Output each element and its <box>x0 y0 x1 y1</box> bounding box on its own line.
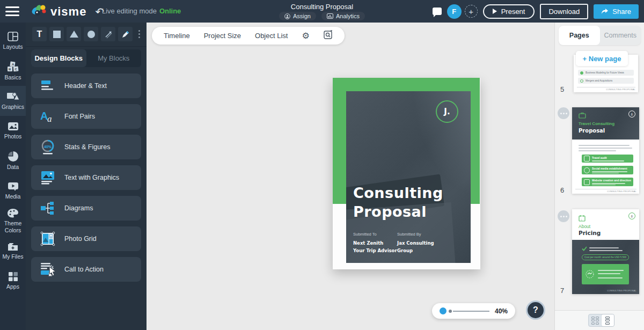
grid-view-button[interactable] <box>589 314 602 326</box>
share-arrow-icon <box>601 8 609 14</box>
assign-button[interactable]: Assign <box>279 12 316 20</box>
calendar-icon <box>584 179 590 185</box>
bullet-icon <box>580 79 583 83</box>
doc-icon <box>584 156 590 162</box>
triangle-shape-button[interactable] <box>67 27 81 41</box>
submitted-by-value[interactable]: Jax Consulting Group <box>397 240 434 254</box>
text-tool-button[interactable]: T <box>32 27 47 41</box>
page-6-drag-handle[interactable] <box>558 107 569 119</box>
page-7-number: 7 <box>560 287 564 295</box>
slide-title[interactable]: Consulting Proposal <box>353 184 443 221</box>
design-blocks-panel: T Design Blocks My Blocks Header & Text … <box>26 23 147 330</box>
slide-page[interactable]: J. Consulting Proposal Submitted To Next… <box>333 78 480 269</box>
block-header-text[interactable]: Header & Text <box>31 74 141 98</box>
diagrams-icon <box>39 201 57 215</box>
tab-my-blocks[interactable]: My Blocks <box>86 49 142 67</box>
submitted-by-label[interactable]: Submitted By <box>397 232 421 237</box>
photo-icon <box>8 122 19 131</box>
folder-plus-icon <box>8 243 18 251</box>
stats-figures-icon: 40% <box>39 139 57 155</box>
zoom-slider-track[interactable] <box>453 311 489 312</box>
zoom-slider-handle[interactable] <box>440 307 447 314</box>
preview-search-icon[interactable] <box>324 30 333 41</box>
handshake-icon <box>586 270 594 278</box>
top-bar: visme ↶ Live editing modeOnline Consulti… <box>0 0 644 23</box>
submitted-to-value[interactable]: Next Zenith Your Trip Advisor <box>353 240 397 254</box>
project-size-button[interactable]: Project Size <box>204 32 241 40</box>
palette-icon <box>8 209 18 218</box>
analytics-chart-icon <box>327 13 333 19</box>
play-icon <box>493 9 497 14</box>
block-call-to-action[interactable]: Call to Action <box>31 257 141 282</box>
comments-icon[interactable] <box>433 8 442 15</box>
zoom-value: 40% <box>495 307 508 315</box>
zoom-slider-origin <box>449 310 452 313</box>
analytics-button[interactable]: Analytics <box>321 12 365 20</box>
thumbnail-view-bar <box>555 310 644 330</box>
sidebar-item-apps[interactable]: Apps <box>0 266 26 296</box>
more-tools-icon[interactable] <box>135 30 143 38</box>
bullet-icon <box>580 71 583 75</box>
svg-text:a: a <box>47 114 52 123</box>
arrow-tool-button[interactable] <box>101 27 115 41</box>
sidebar-item-data[interactable]: Data <box>0 146 26 176</box>
canvas-area[interactable]: Timeline Project Size Object List ⚙ J. C… <box>147 23 554 330</box>
sidebar-item-photos[interactable]: Photos <box>0 116 26 146</box>
svg-text:40%: 40% <box>44 145 52 149</box>
pricing-pill: Cost per month: around the USD 5,500 <box>582 254 629 260</box>
layouts-grid-icon <box>8 32 18 41</box>
shapes-icon <box>6 91 19 101</box>
page-7-thumbnail[interactable]: ↓ About Pricing J. Cost per month: aroun… <box>572 209 639 294</box>
pen-tool-button[interactable] <box>118 27 133 41</box>
zoom-control: 40% <box>432 303 515 319</box>
page-5-number: 5 <box>560 85 564 93</box>
page-7-logo-badge: J. <box>628 212 635 219</box>
block-text-with-graphics[interactable]: Text with Graphics <box>31 165 141 190</box>
square-shape-button[interactable] <box>49 27 64 41</box>
assign-person-icon <box>284 13 290 19</box>
header-text-icon <box>39 79 57 92</box>
slide-logo-badge[interactable]: J. <box>436 100 458 123</box>
share-button[interactable]: Share <box>594 4 639 19</box>
block-diagrams[interactable]: Diagrams <box>31 196 141 221</box>
sidebar-item-basics[interactable]: ABC Basics <box>0 56 26 86</box>
present-button[interactable]: Present <box>483 4 535 19</box>
download-button[interactable]: Download <box>540 4 588 19</box>
pages-panel: Pages Comments + New page Business Model… <box>554 23 644 330</box>
submitted-to-label[interactable]: Submitted To <box>353 232 377 237</box>
sidebar-item-my-files[interactable]: My Files <box>0 236 26 266</box>
calendar-check-icon: ↓ <box>579 215 586 222</box>
add-collaborator-button[interactable]: + <box>465 5 478 18</box>
block-photo-grid[interactable]: Photo Grid <box>31 226 141 251</box>
sidebar-item-media[interactable]: Media <box>0 176 26 206</box>
user-avatar[interactable]: F <box>447 4 462 19</box>
pages-tab-bar: Pages Comments <box>559 26 641 45</box>
svg-text:B: B <box>9 68 11 71</box>
tab-design-blocks[interactable]: Design Blocks <box>31 49 86 67</box>
call-to-action-icon <box>39 262 57 276</box>
svg-text:↓: ↓ <box>581 218 582 221</box>
photo-grid-icon <box>39 231 57 246</box>
timeline-button[interactable]: Timeline <box>164 32 190 40</box>
apps-grid-icon <box>9 272 18 281</box>
pie-chart-icon <box>8 151 18 162</box>
tab-pages[interactable]: Pages <box>559 26 600 45</box>
list-view-button[interactable] <box>602 314 614 326</box>
block-stats-figures[interactable]: 40% Stats & Figures <box>31 135 141 159</box>
page-7-drag-handle[interactable] <box>558 210 569 222</box>
sidebar-item-layouts[interactable]: Layouts <box>0 26 26 56</box>
page-6-logo-badge: J. <box>628 111 635 118</box>
tab-comments[interactable]: Comments <box>600 26 641 45</box>
sidebar-item-theme-colors[interactable]: Theme Colors <box>0 206 26 236</box>
sidebar-item-graphics[interactable]: Graphics <box>0 86 26 116</box>
help-button[interactable]: ? <box>526 300 545 320</box>
new-page-button[interactable]: + New page <box>576 51 628 66</box>
video-play-icon <box>8 182 19 191</box>
abc-blocks-icon: ABC <box>7 61 19 72</box>
object-list-button[interactable]: Object List <box>255 32 288 40</box>
page-6-number: 6 <box>560 186 564 194</box>
circle-shape-button[interactable] <box>84 27 98 41</box>
page-6-thumbnail[interactable]: Travel Consulting Proposal J. Travel aud… <box>572 107 639 194</box>
settings-gear-icon[interactable]: ⚙ <box>302 31 309 41</box>
block-font-pairs[interactable]: Aa Font Pairs <box>31 104 141 129</box>
